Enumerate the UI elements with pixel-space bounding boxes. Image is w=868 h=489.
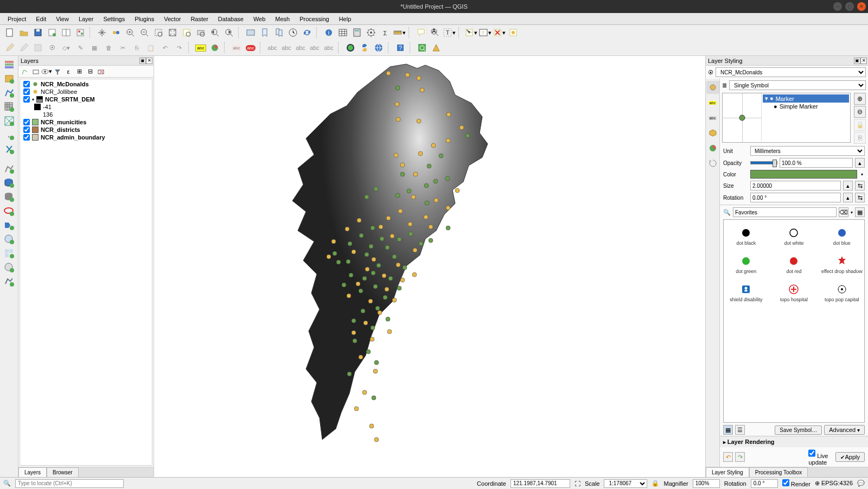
coordinate-input[interactable] [510,479,570,488]
undo-button[interactable]: ↶ [158,41,171,54]
layer-visibility-checkbox[interactable] [23,88,30,95]
delete-selected-button[interactable]: 🗑 [102,41,115,54]
symbol-layer-tree[interactable]: ▾ ● Marker ● Simple Marker [762,93,850,142]
scale-select[interactable]: 1:178067 [604,479,647,488]
rotation-input[interactable] [750,193,841,202]
add-mesh-button[interactable] [3,115,16,128]
redo-button[interactable]: ↷ [173,41,186,54]
extents-icon[interactable]: ⛶ [575,480,580,487]
favorites-icon-view-button[interactable]: ▦ [723,425,733,435]
toolbox-button[interactable] [365,26,378,39]
zoom-in-button[interactable] [124,26,137,39]
python-console-button[interactable] [358,41,371,54]
label-toolbar-label-button[interactable]: abc [194,41,207,54]
map-canvas[interactable] [154,56,705,477]
layers-collapse-button[interactable]: ⊟ [86,67,94,76]
window-maximize-button[interactable]: ◻ [845,2,854,11]
symbol-add-button[interactable]: ⊕ [854,93,866,105]
new-project-button[interactable] [3,26,16,39]
symbol-favorites-grid[interactable]: dot blackdot whitedot bluedot greendot r… [723,219,865,423]
favorite-topo-pop-capital[interactable]: topo pop capital [820,281,864,306]
help-button[interactable]: ? [394,41,407,54]
menu-settings[interactable]: Settings [99,15,129,23]
layer-visibility-checkbox[interactable] [23,119,30,125]
digitize-shape-button[interactable]: ◇▾ [60,41,73,54]
add-feature-button[interactable]: ⦿ [46,41,59,54]
layer-row[interactable]: NCR_municities [21,118,151,126]
favorite-effect-drop-shadow[interactable]: effect drop shadow [820,252,864,277]
new-print-layout-button[interactable] [46,26,59,39]
zoom-to-layer-button[interactable] [194,26,207,39]
add-xyz-button[interactable] [3,247,16,260]
zoom-out-button[interactable] [138,26,151,39]
favorites-list-view-button[interactable]: ☰ [735,425,745,435]
zoom-last-button[interactable] [208,26,221,39]
tab-layer-styling[interactable]: Layer Styling [706,467,749,477]
refresh-button[interactable] [301,26,314,39]
styling-undock-button[interactable]: ▣ [854,58,860,64]
history-tab[interactable] [706,157,719,170]
window-close-button[interactable]: ✕ [857,2,866,11]
symbol-duplicate-button[interactable]: ⎘ [854,132,866,144]
zoom-to-selection-button[interactable] [180,26,193,39]
layer-row[interactable]: 136 [21,111,151,118]
save-symbol-button[interactable]: Save Symbol… [775,426,822,435]
layer-row[interactable]: NCR_admin_boundary [21,134,151,141]
layer-row[interactable]: NCR_Jollibee [21,88,151,96]
opacity-spinner[interactable]: ▴ [855,158,865,168]
masks-tab[interactable]: abc [706,111,719,124]
rotation-input-sb[interactable] [751,479,778,488]
new-geopackage-button[interactable] [3,72,16,85]
vertex-tool-button[interactable]: ✎ [74,41,87,54]
tab-processing-toolbox[interactable]: Processing Toolbox [749,467,808,477]
layers-visibility-button[interactable]: ▾ [42,67,51,76]
data-source-manager-button[interactable] [3,58,16,71]
favorite-topo-hospital[interactable]: topo hospital [771,281,816,306]
new-map-view-button[interactable] [244,26,257,39]
add-oracle-button[interactable] [3,205,16,218]
statistics-button[interactable]: Σ [379,26,392,39]
measure-button[interactable]: ▾ [393,26,406,39]
modify-attributes-button[interactable]: ▦ [88,41,101,54]
save-project-button[interactable] [31,26,44,39]
apply-button[interactable]: ✔Apply [835,452,865,462]
current-edits-button[interactable] [3,41,16,54]
unit-select[interactable]: Millimeters [750,146,865,156]
add-virtual-layer-button[interactable] [3,162,16,175]
zoom-native-button[interactable] [152,26,165,39]
favorite-dot-blue[interactable]: dot blue [820,224,864,249]
open-attribute-table-button[interactable] [336,26,349,39]
3d-view-tab[interactable] [706,126,719,139]
crs-button[interactable]: ⊕ EPSG:4326 [815,480,853,487]
favorite-dot-red[interactable]: dot red [771,252,816,277]
menu-help[interactable]: Help [335,15,356,23]
panel-undock-button[interactable]: ▣ [139,58,146,64]
plugin-quickosm-button[interactable] [344,41,357,54]
menu-processing[interactable]: Processing [295,15,333,23]
favorites-clear-button[interactable]: ⌫ [839,207,848,217]
label-highlight-button[interactable]: abc [230,41,243,54]
zoom-full-button[interactable] [166,26,179,39]
lock-scale-icon[interactable]: 🔒 [652,480,659,487]
menu-raster[interactable]: Raster [186,15,212,23]
label-pin-button[interactable]: abc [244,41,257,54]
panel-close-button[interactable]: ✕ [146,58,152,64]
symbol-layer-marker[interactable]: ▾ ● Marker [763,94,849,103]
layer-visibility-checkbox[interactable] [23,126,30,133]
layer-row[interactable]: NCR_McDonalds [21,80,151,88]
menu-plugins[interactable]: Plugins [130,15,158,23]
layers-filter-button[interactable] [53,67,62,76]
label-show-button[interactable]: abc [266,41,279,54]
symbology-tab[interactable] [706,81,719,94]
menu-view[interactable]: View [52,15,73,23]
select-features-button[interactable]: ▾ [464,26,477,39]
redo-style-button[interactable]: ↷ [735,452,745,462]
add-postgis-button[interactable] [3,176,16,189]
layer-row[interactable]: NCR_districts [21,126,151,134]
layers-expand-button[interactable]: ⊞ [75,67,84,76]
size-spinner[interactable]: ▴ [843,181,853,190]
undo-style-button[interactable]: ↶ [723,452,733,462]
style-manager-button[interactable] [74,26,87,39]
new-spatial-bookmark-button[interactable] [258,26,271,39]
label-move-button[interactable]: abc [280,41,293,54]
